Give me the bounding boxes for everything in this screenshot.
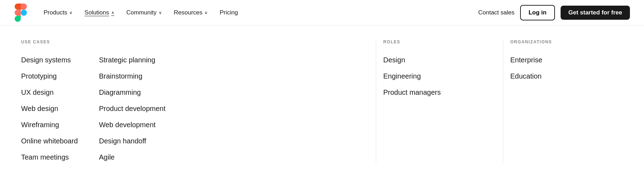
use-cases-header: USE CASES — [21, 39, 369, 44]
list-item: Education — [510, 69, 623, 83]
roles-header: ROLES — [383, 39, 496, 44]
navbar: Products ∨ Solutions ∧ Community ∨ Resou… — [0, 0, 644, 25]
strategic-planning-link[interactable]: Strategic planning — [99, 53, 165, 67]
design-handoff-link[interactable]: Design handoff — [99, 134, 165, 148]
online-whiteboard-link[interactable]: Online whiteboard — [21, 134, 78, 148]
product-development-link[interactable]: Product development — [99, 101, 165, 116]
design-role-link[interactable]: Design — [383, 53, 496, 67]
list-item: Diagramming — [99, 85, 165, 99]
list-item: Brainstorming — [99, 69, 165, 83]
chevron-up-icon: ∧ — [111, 10, 114, 15]
login-button[interactable]: Log in — [520, 5, 555, 20]
list-item: Engineering — [383, 69, 496, 83]
list-item: Agile — [99, 150, 165, 164]
list-item: Design handoff — [99, 134, 165, 148]
solutions-dropdown: USE CASES Design systems Prototyping UX … — [0, 25, 644, 178]
use-cases-col2: Strategic planning Brainstorming Diagram… — [99, 53, 165, 164]
list-item: Team meetings — [21, 150, 78, 164]
brainstorming-link[interactable]: Brainstorming — [99, 69, 165, 83]
wireframing-link[interactable]: Wireframing — [21, 118, 78, 132]
design-systems-link[interactable]: Design systems — [21, 53, 78, 67]
list-item: Design — [383, 53, 496, 67]
product-managers-role-link[interactable]: Product managers — [383, 85, 496, 99]
list-item: Design systems — [21, 53, 78, 67]
chevron-down-icon: ∨ — [69, 10, 72, 15]
list-item: Web design — [21, 101, 78, 116]
list-item: Online whiteboard — [21, 134, 78, 148]
web-development-link[interactable]: Web development — [99, 118, 165, 132]
logo[interactable] — [14, 4, 27, 22]
use-cases-section: USE CASES Design systems Prototyping UX … — [21, 39, 369, 164]
use-cases-col1: Design systems Prototyping UX design Web… — [21, 53, 78, 164]
roles-section: ROLES Design Engineering Product manager… — [383, 39, 496, 164]
divider — [376, 39, 376, 164]
list-item: Product managers — [383, 85, 496, 99]
organizations-section: ORGANIZATIONS Enterprise Education — [510, 39, 623, 164]
web-design-link[interactable]: Web design — [21, 101, 78, 116]
organizations-list: Enterprise Education — [510, 53, 623, 83]
roles-list: Design Engineering Product managers — [383, 53, 496, 99]
list-item: Wireframing — [21, 118, 78, 132]
education-link[interactable]: Education — [510, 69, 623, 83]
organizations-header: ORGANIZATIONS — [510, 39, 623, 44]
ux-design-link[interactable]: UX design — [21, 85, 78, 99]
contact-sales-link[interactable]: Contact sales — [478, 9, 514, 16]
nav-pricing[interactable]: Pricing — [215, 6, 243, 19]
engineering-role-link[interactable]: Engineering — [383, 69, 496, 83]
list-item: Strategic planning — [99, 53, 165, 67]
nav-links: Products ∨ Solutions ∧ Community ∨ Resou… — [39, 6, 478, 19]
list-item: Product development — [99, 101, 165, 116]
get-started-button[interactable]: Get started for free — [561, 6, 630, 20]
agile-link[interactable]: Agile — [99, 150, 165, 164]
chevron-down-icon: ∨ — [159, 10, 162, 15]
nav-products[interactable]: Products ∨ — [39, 6, 77, 19]
nav-resources[interactable]: Resources ∨ — [169, 6, 213, 19]
nav-community[interactable]: Community ∨ — [121, 6, 167, 19]
use-cases-columns: Design systems Prototyping UX design Web… — [21, 53, 369, 164]
divider — [503, 39, 503, 164]
team-meetings-link[interactable]: Team meetings — [21, 150, 78, 164]
nav-right: Contact sales Log in Get started for fre… — [478, 5, 630, 20]
list-item: Web development — [99, 118, 165, 132]
list-item: UX design — [21, 85, 78, 99]
diagramming-link[interactable]: Diagramming — [99, 85, 165, 99]
list-item: Enterprise — [510, 53, 623, 67]
list-item: Prototyping — [21, 69, 78, 83]
chevron-down-icon: ∨ — [204, 10, 208, 15]
prototyping-link[interactable]: Prototyping — [21, 69, 78, 83]
enterprise-link[interactable]: Enterprise — [510, 53, 623, 67]
nav-solutions[interactable]: Solutions ∧ — [80, 6, 119, 19]
